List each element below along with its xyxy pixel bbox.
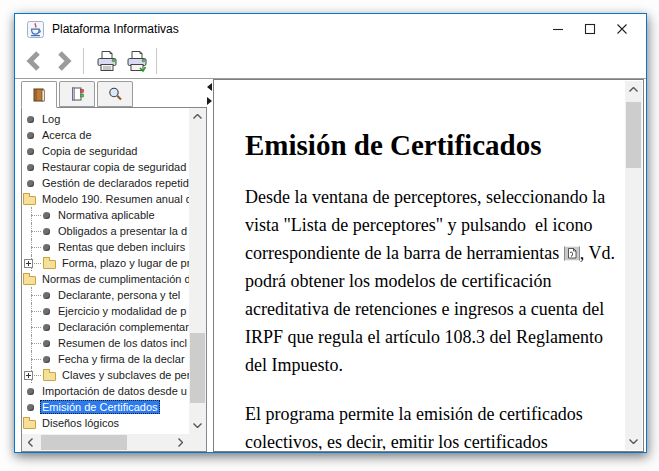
paragraph: Desde la ventana de perceptores, selecci… xyxy=(245,183,621,379)
tree-item[interactable]: Normativa aplicable xyxy=(22,207,189,223)
tree-item-label: Declarante, persona y tel xyxy=(56,288,182,302)
book-toc-icon xyxy=(31,87,47,103)
bullet-icon xyxy=(27,404,34,411)
tree-item[interactable]: Emisión de Certificados xyxy=(22,399,189,415)
tree-item-label: Modelo 190. Resumen anual d xyxy=(40,192,189,206)
tree-item[interactable]: Resumen de los datos incl xyxy=(22,335,189,351)
collapse-right-icon[interactable] xyxy=(207,97,212,105)
scroll-thumb[interactable] xyxy=(190,333,205,403)
forward-button[interactable] xyxy=(51,47,77,75)
tree-item[interactable]: Acerca de xyxy=(22,127,189,143)
tree-list: LogAcerca deCopia de seguridadRestaurar … xyxy=(22,108,189,434)
tree-connector xyxy=(34,263,41,264)
index-icon xyxy=(69,86,85,102)
collapse-left-icon[interactable] xyxy=(207,83,212,91)
scroll-up-button[interactable] xyxy=(189,108,206,125)
tree-vertical-scrollbar[interactable] xyxy=(189,108,206,434)
tree-item[interactable]: Obligados a presentar la d xyxy=(22,223,189,239)
bullet-icon xyxy=(43,244,50,251)
app-window: Plataforma Informativas xyxy=(14,13,647,453)
bullet-icon xyxy=(43,228,50,235)
tree-item[interactable]: Declarante, persona y tel xyxy=(22,287,189,303)
bullet-icon xyxy=(43,212,50,219)
maximize-button[interactable] xyxy=(574,14,606,44)
tree-connector xyxy=(31,295,41,296)
tree-item[interactable]: Gestión de declarados repetid xyxy=(22,175,189,191)
minimize-button[interactable] xyxy=(542,14,574,44)
scroll-down-button[interactable] xyxy=(625,433,642,450)
tree-item[interactable]: Claves y subclaves de per xyxy=(22,367,189,383)
tree-item-label: Declaración complementar xyxy=(56,320,189,334)
toc-tree-panel: LogAcerca deCopia de seguridadRestaurar … xyxy=(21,107,207,452)
tab-search[interactable] xyxy=(97,81,133,107)
toolbar-separator xyxy=(156,48,157,74)
tree-item-label: Claves y subclaves de per xyxy=(60,368,189,382)
tree-connector xyxy=(31,311,41,312)
title-bar[interactable]: Plataforma Informativas xyxy=(15,14,646,44)
tab-contents[interactable] xyxy=(21,81,57,108)
tree-connector xyxy=(31,343,41,344)
bullet-icon xyxy=(27,132,34,139)
expand-icon[interactable] xyxy=(24,259,33,268)
tree-item-label: Log xyxy=(40,112,62,126)
bullet-icon xyxy=(27,116,34,123)
bullet-icon xyxy=(43,308,50,315)
tree-item-label: Emisión de Certificados xyxy=(40,400,160,414)
bullet-icon xyxy=(27,164,34,171)
back-arrow-icon xyxy=(25,51,43,71)
back-button[interactable] xyxy=(21,47,47,75)
tree-item-label: Fecha y firma de la declar xyxy=(56,352,187,366)
print-icon xyxy=(95,50,119,73)
scroll-right-button[interactable] xyxy=(172,434,189,451)
tree-item-label: Importación de datos desde u xyxy=(40,384,189,398)
tree-item[interactable]: Modelo 190. Resumen anual d xyxy=(22,191,189,207)
paragraph-text: Desde la ventana de perceptores, selecci… xyxy=(245,187,610,263)
tree-item-label: Normas de cumplimentación d xyxy=(40,272,189,286)
tree-connector xyxy=(31,215,41,216)
content-vertical-scrollbar[interactable] xyxy=(625,81,642,450)
close-button[interactable] xyxy=(606,14,638,44)
tree-item[interactable]: Ejercicio y modalidad de p xyxy=(22,303,189,319)
folder-icon xyxy=(23,420,36,429)
tree-item-label: Copia de seguridad xyxy=(40,144,139,158)
toolbar-separator xyxy=(83,48,84,74)
print-certificates-button[interactable] xyxy=(124,47,150,75)
folder-icon xyxy=(43,372,56,381)
scroll-up-button[interactable] xyxy=(625,81,642,98)
tree-item[interactable]: Log xyxy=(22,111,189,127)
tree-item[interactable]: Restaurar copia de seguridad xyxy=(22,159,189,175)
tree-item[interactable]: Copia de seguridad xyxy=(22,143,189,159)
scroll-left-button[interactable] xyxy=(22,434,39,451)
scroll-down-button[interactable] xyxy=(189,417,206,434)
tree-connector xyxy=(31,359,41,360)
desktop: Plataforma Informativas xyxy=(0,0,659,471)
scrollbar-corner xyxy=(189,434,206,451)
tab-index[interactable] xyxy=(59,81,95,107)
tree-item[interactable]: Normas de cumplimentación d xyxy=(22,271,189,287)
tree-connector xyxy=(31,231,41,232)
java-logo-icon xyxy=(27,21,44,38)
tree-item[interactable]: Declaración complementar xyxy=(22,319,189,335)
scroll-thumb[interactable] xyxy=(626,102,641,168)
forward-arrow-icon xyxy=(55,51,73,71)
toolbar xyxy=(15,44,646,78)
tree-item-label: Obligados a presentar la d xyxy=(56,224,189,238)
sidebar-tabs xyxy=(21,81,135,108)
tree-connector xyxy=(31,247,41,248)
tree-item[interactable]: Diseños lógicos xyxy=(22,415,189,431)
scroll-thumb[interactable] xyxy=(41,435,127,450)
tree-item[interactable]: Forma, plazo y lugar de pr xyxy=(22,255,189,271)
paragraph: El programa permite la emisión de certif… xyxy=(245,400,621,450)
tree-horizontal-scrollbar[interactable] xyxy=(22,434,189,451)
tree-item-label: Acerca de xyxy=(40,128,94,142)
folder-icon xyxy=(43,260,56,269)
tree-item[interactable]: Importación de datos desde u xyxy=(22,383,189,399)
bullet-icon xyxy=(27,388,34,395)
tree-item[interactable]: Fecha y firma de la declar xyxy=(22,351,189,367)
expand-icon[interactable] xyxy=(24,371,33,380)
print-certificates-icon xyxy=(125,50,149,73)
tree-connector xyxy=(34,375,41,376)
tree-item[interactable]: Rentas que deben incluirs xyxy=(22,239,189,255)
print-button[interactable] xyxy=(94,47,120,75)
bullet-icon xyxy=(43,324,50,331)
